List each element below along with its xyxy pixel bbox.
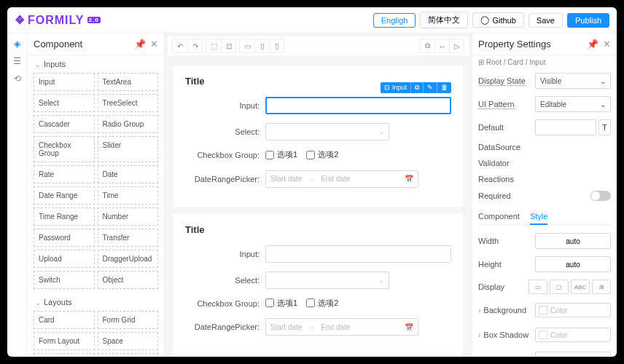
form-field[interactable]: Select⌄: [185, 123, 451, 141]
component-item[interactable]: TextArea: [98, 73, 159, 91]
form-field[interactable]: Checkbox Group选项1选项2: [185, 298, 451, 310]
display-state-label: Display State: [478, 76, 526, 86]
property-panel-title: Property Settings: [478, 39, 551, 50]
display-flex-button[interactable]: ⊞: [592, 280, 611, 294]
form-card[interactable]: TitleInputSelect⌄Checkbox Group选项1选项2Dat…: [173, 214, 463, 355]
close-panel-icon[interactable]: ✕: [603, 39, 611, 50]
checkbox-option[interactable]: 选项1: [265, 298, 297, 309]
form-field[interactable]: Select⌄: [185, 272, 451, 289]
font-section[interactable]: Font: [478, 351, 535, 357]
component-item[interactable]: Form Grid: [98, 311, 159, 329]
tree-rail-icon[interactable]: ☰: [12, 55, 23, 67]
component-item[interactable]: FormCollapse: [98, 353, 159, 357]
tab-style[interactable]: Style: [530, 209, 547, 225]
component-item[interactable]: DraggerUpload: [98, 250, 159, 268]
component-item[interactable]: Checkbox Group: [34, 136, 95, 162]
select-input[interactable]: ⌄: [265, 123, 389, 141]
form-card[interactable]: TitleInput⊡ Input⧉✎🗑Select⌄Checkbox Grou…: [173, 66, 463, 207]
component-item[interactable]: Time: [98, 186, 159, 205]
component-item[interactable]: Select: [34, 94, 95, 112]
default-input[interactable]: [535, 119, 596, 135]
display-state-select[interactable]: Visible⌄: [535, 73, 611, 89]
component-item[interactable]: FormTab: [34, 353, 95, 357]
boxshadow-section[interactable]: Box Shadow: [478, 326, 535, 344]
display-block-button[interactable]: ▭: [529, 280, 547, 294]
form-field[interactable]: Input: [185, 245, 451, 263]
component-item[interactable]: Input: [34, 73, 95, 91]
publish-button[interactable]: Publish: [567, 13, 609, 28]
cursor-icon[interactable]: ⬚: [206, 39, 221, 52]
background-color-input[interactable]: Color: [535, 303, 611, 317]
component-item[interactable]: Date: [98, 165, 159, 183]
component-item[interactable]: TreeSelect: [98, 94, 159, 112]
component-item[interactable]: Date Range: [34, 186, 95, 205]
desktop-icon[interactable]: ▭: [240, 39, 254, 52]
component-item[interactable]: Password: [34, 229, 95, 247]
pin-icon[interactable]: 📌: [587, 39, 598, 50]
mobile-icon[interactable]: ▯: [269, 39, 284, 52]
component-item[interactable]: Upload: [34, 250, 95, 268]
tablet-icon[interactable]: ▯: [254, 39, 269, 52]
daterange-input[interactable]: Start date→End date📅: [265, 318, 418, 336]
component-item[interactable]: Cascader: [34, 115, 95, 133]
close-panel-icon[interactable]: ✕: [150, 39, 158, 50]
history-rail-icon[interactable]: ⟲: [12, 73, 23, 84]
width-input[interactable]: [535, 233, 611, 249]
display-inline-button[interactable]: ABC: [571, 280, 590, 294]
code-icon[interactable]: ⧉: [420, 39, 434, 52]
reactions-label[interactable]: Reactions: [478, 175, 535, 183]
ui-pattern-select[interactable]: Editable⌄: [535, 96, 611, 112]
component-item[interactable]: Switch: [34, 271, 95, 289]
form-field[interactable]: Checkbox Group选项1选项2: [185, 149, 451, 162]
redo-icon[interactable]: ↷: [187, 39, 202, 52]
text-input[interactable]: [265, 245, 451, 263]
selection-action-icon[interactable]: ✎: [423, 82, 437, 93]
text-input[interactable]: [265, 97, 451, 114]
checkbox-option[interactable]: 选项1: [265, 149, 297, 160]
fullwidth-icon[interactable]: ↔: [434, 39, 449, 52]
form-field[interactable]: DateRangePickerStart date→End date📅: [185, 170, 451, 188]
boxshadow-color-input[interactable]: Color: [535, 328, 611, 342]
github-button[interactable]: ◯Github: [472, 12, 523, 28]
selection-action-icon[interactable]: 🗑: [437, 82, 451, 93]
validator-label[interactable]: Validator: [478, 159, 535, 167]
component-item[interactable]: Space: [98, 332, 159, 350]
daterange-input[interactable]: Start date→End date📅: [265, 170, 418, 188]
breadcrumb[interactable]: ⊞ Root / Card / Input: [472, 55, 617, 69]
display-inlineblock-button[interactable]: ▢: [550, 280, 569, 294]
background-section[interactable]: Background: [478, 301, 535, 319]
lang-chinese-button[interactable]: 简体中文: [420, 12, 468, 28]
form-field[interactable]: DateRangePickerStart date→End date📅: [185, 318, 451, 336]
expression-button[interactable]: T: [598, 119, 611, 135]
group-header[interactable]: Inputs: [34, 55, 158, 73]
component-item[interactable]: Form Layout: [34, 332, 95, 350]
component-item[interactable]: Card: [34, 311, 95, 329]
required-toggle[interactable]: [590, 191, 611, 201]
height-input[interactable]: [535, 256, 611, 272]
field-label: DateRangePicker: [185, 175, 265, 183]
selection-icon[interactable]: ⊡: [221, 39, 235, 52]
components-rail-icon[interactable]: ◈: [12, 38, 23, 50]
font-select[interactable]: Helvetica Neue⌄: [535, 352, 611, 357]
datasource-label[interactable]: DataSource: [478, 143, 535, 151]
property-panel: Property Settings 📌✕ ⊞ Root / Card / Inp…: [472, 33, 617, 357]
component-item[interactable]: Object: [98, 271, 159, 289]
group-header[interactable]: Layouts: [34, 293, 158, 311]
form-field[interactable]: Input⊡ Input⧉✎🗑: [185, 97, 451, 114]
checkbox-option[interactable]: 选项2: [306, 298, 338, 309]
preview-icon[interactable]: ▷: [449, 39, 464, 52]
select-input[interactable]: ⌄: [265, 272, 389, 289]
lang-english-button[interactable]: Engligh: [373, 13, 416, 28]
undo-icon[interactable]: ↶: [173, 39, 187, 52]
component-item[interactable]: Rate: [34, 165, 95, 183]
tab-component[interactable]: Component: [478, 209, 520, 224]
component-item[interactable]: Time Range: [34, 207, 95, 226]
save-button[interactable]: Save: [529, 13, 563, 28]
component-item[interactable]: Transfer: [98, 229, 159, 247]
component-item[interactable]: Radio Group: [98, 115, 159, 133]
selection-action-icon[interactable]: ⧉: [410, 82, 423, 93]
checkbox-option[interactable]: 选项2: [306, 149, 338, 160]
component-item[interactable]: Number: [98, 207, 159, 226]
component-item[interactable]: Slider: [98, 136, 159, 162]
pin-icon[interactable]: 📌: [134, 39, 146, 50]
